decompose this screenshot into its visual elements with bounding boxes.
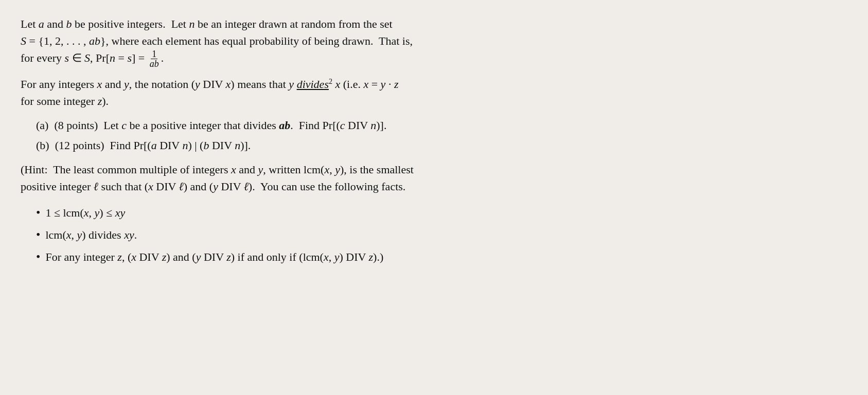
part-b: (b) (12 points) Find Pr[(a DIV n) | (b D…	[36, 137, 844, 154]
page-content: Let a and b be positive integers. Let n …	[21, 15, 844, 265]
notation-text: For any integers x and y, the notation (…	[21, 78, 398, 107]
part-a-text: (a) (8 points) Let c be a positive integ…	[36, 119, 386, 132]
hint-paragraph: (Hint: The least common multiple of inte…	[21, 161, 844, 195]
notation-paragraph: For any integers x and y, the notation (…	[21, 76, 844, 110]
fraction-1-ab: 1ab	[149, 49, 160, 68]
fact-3: For any integer z, (x DIV z) and (y DIV …	[36, 248, 844, 265]
part-a: (a) (8 points) Let c be a positive integ…	[36, 117, 844, 134]
fact-1-text: 1 ≤ lcm(x, y) ≤ xy	[45, 204, 125, 221]
fact-3-text: For any integer z, (x DIV z) and (y DIV …	[45, 248, 383, 265]
fact-2-text: lcm(x, y) divides xy.	[45, 226, 137, 243]
facts-list: 1 ≤ lcm(x, y) ≤ xy lcm(x, y) divides xy.…	[36, 204, 844, 265]
part-b-text: (b) (12 points) Find Pr[(a DIV n) | (b D…	[36, 139, 251, 152]
problem-parts: (a) (8 points) Let c be a positive integ…	[36, 117, 844, 154]
fact-2: lcm(x, y) divides xy.	[36, 226, 844, 243]
fact-1: 1 ≤ lcm(x, y) ≤ xy	[36, 204, 844, 221]
intro-text: Let a and b be positive integers. Let n …	[21, 17, 413, 64]
intro-paragraph: Let a and b be positive integers. Let n …	[21, 15, 844, 68]
hint-text: (Hint: The least common multiple of inte…	[21, 163, 414, 193]
